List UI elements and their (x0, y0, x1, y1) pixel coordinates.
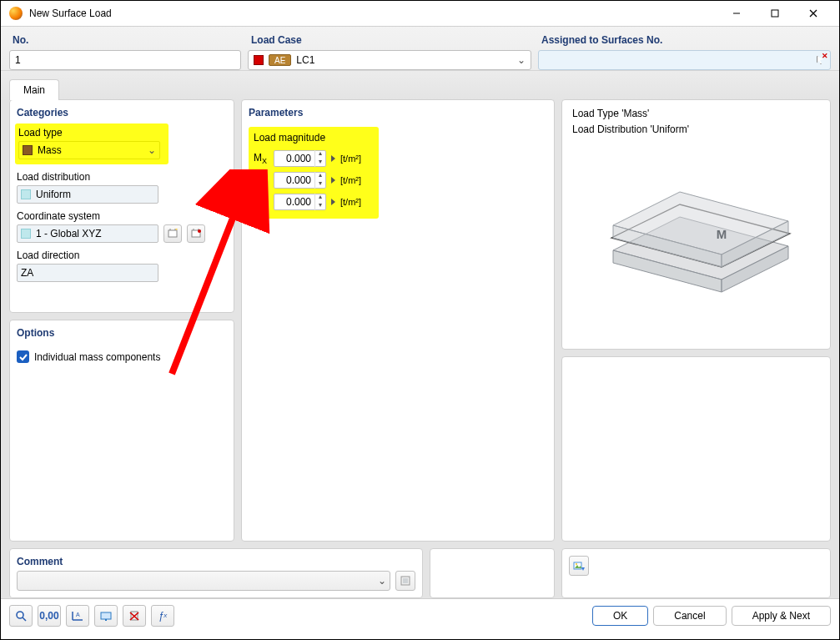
svg-line-25 (23, 617, 26, 621)
individual-mass-checkbox-row[interactable]: Individual mass components (17, 350, 227, 363)
my-value[interactable] (274, 174, 314, 186)
comment-spacer-panel (430, 548, 555, 598)
play-icon[interactable] (331, 155, 335, 162)
load-distribution-value: Uniform (36, 189, 71, 200)
assigned-input[interactable] (544, 54, 812, 66)
mass-color-swatch (23, 145, 33, 155)
magnitude-row-my: MY ▴▾ [t/m²] (254, 170, 372, 190)
app-icon (9, 7, 23, 20)
pick-surfaces-button[interactable]: ✕ (812, 51, 830, 69)
my-input[interactable]: ▴▾ (274, 172, 326, 189)
play-icon[interactable] (331, 177, 335, 184)
mz-label: MZ (254, 195, 270, 209)
comment-edit-button[interactable] (395, 571, 415, 591)
dialog-footer: 0,00 A ƒx OK Cancel Apply & Next (1, 598, 839, 632)
load-case-color-swatch (254, 55, 264, 65)
no-label: No. (9, 32, 241, 48)
magnitude-row-mx: MX ▴▾ [t/m²] (254, 149, 372, 169)
categories-section: Categories Load type Mass ⌄ Load distrib… (9, 99, 234, 313)
top-fields: No. Load Case AE LC1 ⌄ Assigned to Surfa… (1, 27, 839, 71)
magnitude-row-mz: MZ ▴▾ [t/m²] (254, 192, 372, 212)
ok-button[interactable]: OK (592, 606, 648, 626)
mz-input[interactable]: ▴▾ (274, 194, 326, 210)
svg-marker-23 (581, 567, 585, 571)
view-button[interactable] (94, 605, 118, 627)
comment-section: Comment ⌄ (9, 548, 423, 598)
svg-rect-19 (403, 578, 408, 583)
load-type-label: Load type (18, 127, 165, 139)
chevron-down-icon: ⌄ (148, 144, 156, 156)
coordinate-system-dropdown[interactable]: 1 - Global XYZ (17, 224, 158, 243)
individual-mass-checkbox[interactable] (17, 350, 29, 363)
axis-button[interactable]: A (66, 605, 89, 627)
mx-unit: [t/m²] (340, 154, 361, 164)
uniform-color-swatch (21, 189, 31, 199)
no-field[interactable] (9, 50, 241, 70)
comment-dropdown[interactable]: ⌄ (17, 571, 390, 591)
cancel-button[interactable]: Cancel (653, 606, 726, 626)
units-button[interactable]: 0,00 (38, 605, 61, 627)
image-export-button[interactable] (569, 556, 589, 576)
svg-rect-30 (105, 619, 107, 621)
svg-rect-4 (169, 230, 177, 237)
load-case-label: Load Case (248, 32, 531, 48)
apply-next-button[interactable]: Apply & Next (732, 606, 831, 626)
apply-next-label: Apply & Next (752, 610, 810, 622)
load-case-value: LC1 (296, 54, 314, 66)
mz-unit: [t/m²] (340, 197, 361, 207)
maximize-button[interactable] (756, 1, 794, 27)
assigned-field[interactable]: ✕ (538, 50, 831, 70)
window-title: New Surface Load (29, 8, 112, 19)
chevron-down-icon: ⌄ (517, 54, 526, 66)
parameters-title: Parameters (249, 105, 547, 125)
svg-text:A: A (76, 612, 80, 617)
edit-coord-system-button[interactable] (187, 224, 205, 243)
svg-point-22 (576, 563, 577, 565)
categories-title: Categories (17, 105, 227, 125)
minimize-button[interactable] (717, 1, 756, 27)
load-distribution-dropdown[interactable]: Uniform (17, 185, 158, 204)
mz-step-down[interactable]: ▾ (315, 202, 325, 210)
load-type-dropdown[interactable]: Mass ⌄ (18, 141, 160, 159)
preview-info-panel: Load Type 'Mass' Load Distribution 'Unif… (561, 99, 831, 350)
load-direction-value: ZA (21, 267, 33, 279)
mx-label: MX (254, 152, 270, 165)
my-unit: [t/m²] (340, 175, 361, 185)
load-direction-label: Load direction (17, 249, 227, 261)
mx-input[interactable]: ▴▾ (274, 150, 326, 167)
script-button[interactable]: ƒx (151, 605, 174, 627)
options-title: Options (17, 325, 227, 345)
load-case-tag: AE (269, 54, 291, 66)
cancel-label: Cancel (674, 610, 705, 622)
preview-line1: Load Type 'Mass' (569, 105, 823, 123)
my-label: MY (254, 174, 270, 187)
titlebar: New Surface Load (1, 1, 839, 27)
options-section: Options Individual mass components (9, 320, 234, 542)
my-step-down[interactable]: ▾ (315, 180, 325, 189)
ok-label: OK (613, 610, 627, 622)
coord-color-swatch (21, 229, 31, 239)
help-button[interactable] (9, 605, 33, 627)
play-icon[interactable] (331, 199, 335, 205)
preview-lower-panel (561, 356, 831, 542)
mx-value[interactable] (274, 153, 314, 164)
parameters-section: Parameters Load magnitude MX ▴▾ [t/m²] M… (241, 99, 555, 542)
load-direction-dropdown[interactable]: ZA (17, 264, 158, 282)
chevron-down-icon: ⌄ (378, 575, 386, 587)
new-coord-system-button[interactable] (163, 224, 182, 243)
svg-point-24 (17, 612, 23, 618)
mz-value[interactable] (274, 196, 314, 208)
close-button[interactable] (794, 1, 832, 27)
clear-x-icon: ✕ (822, 52, 828, 60)
mx-step-down[interactable]: ▾ (315, 159, 325, 167)
preview-line2: Load Distribution 'Uniform' (569, 123, 823, 139)
load-case-dropdown[interactable]: AE LC1 ⌄ (248, 50, 531, 70)
tab-main-label: Main (23, 84, 45, 96)
no-input[interactable] (15, 54, 235, 66)
delete-button[interactable] (123, 605, 146, 627)
load-preview-illustration: M (596, 159, 797, 300)
svg-point-10 (198, 229, 201, 233)
tab-main[interactable]: Main (9, 79, 59, 100)
coordinate-system-label: Coordinate system (17, 210, 227, 222)
svg-rect-29 (101, 612, 111, 619)
